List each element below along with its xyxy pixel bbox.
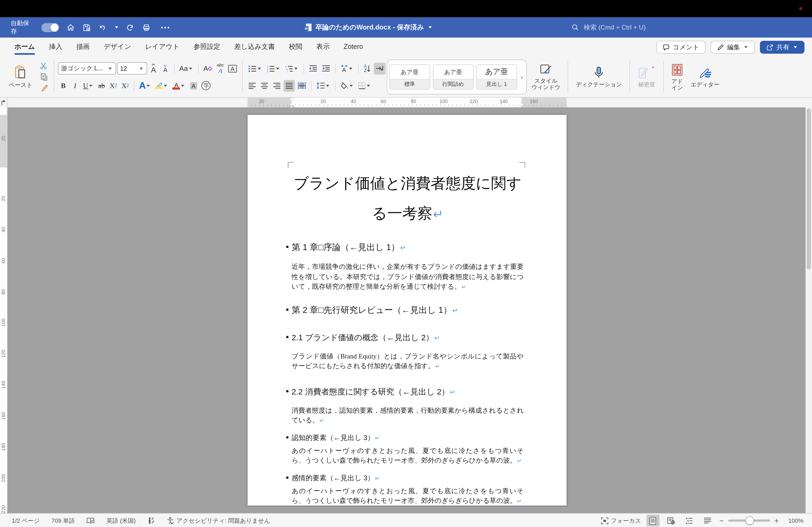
line-spacing-button[interactable] bbox=[315, 80, 332, 91]
editing-mode-button[interactable]: 編集 bbox=[710, 41, 755, 54]
tab-references[interactable]: 参照設定 bbox=[186, 39, 227, 56]
italic-button[interactable]: I bbox=[70, 80, 81, 91]
window-title[interactable]: W 卒論のためのWord.docx - 保存済み bbox=[166, 23, 570, 32]
vertical-scrollbar[interactable] bbox=[806, 107, 812, 513]
style-normal[interactable]: あア亜 標準 bbox=[389, 64, 430, 90]
accessibility-status[interactable]: アクセシビリティ: 問題ありません bbox=[166, 516, 270, 525]
align-center-button[interactable] bbox=[259, 80, 270, 91]
phonetic-guide-button[interactable]: abcA bbox=[215, 62, 226, 74]
numbering-button[interactable]: 123 bbox=[264, 62, 282, 74]
style-window-button[interactable]: スタイルウィンドウ bbox=[528, 57, 564, 97]
style-no-spacing[interactable]: あア亜 行間詰め bbox=[433, 64, 474, 90]
decrease-indent-button[interactable] bbox=[307, 62, 319, 74]
borders-button[interactable] bbox=[356, 80, 373, 91]
paste-button[interactable]: ペースト bbox=[5, 63, 36, 91]
paragraph-block[interactable]: あのイーハトーヴォのすきとおった風、夏でも底に冷たさをもつ青いそら、うつくしい森… bbox=[292, 446, 524, 466]
zoom-slider-knob[interactable] bbox=[746, 516, 754, 525]
title-chevron-icon[interactable] bbox=[429, 26, 432, 28]
heading2-block[interactable]: 2.2 消費者態度に関する研究（←見出し 2）↵ bbox=[292, 386, 524, 398]
save-icon[interactable] bbox=[82, 23, 91, 32]
style-heading1[interactable]: あア亜 見出し 1 bbox=[476, 64, 517, 90]
increase-indent-button[interactable] bbox=[320, 62, 332, 74]
heading2-block[interactable]: 2.1 ブランド価値の概念（←見出し 2）↵ bbox=[292, 331, 524, 344]
change-case-button[interactable]: Aa bbox=[178, 62, 195, 74]
clear-formatting-button[interactable]: A bbox=[202, 62, 214, 74]
gallery-more-button[interactable]: › bbox=[520, 73, 524, 81]
paragraph-block[interactable]: あのイーハトーヴォのすきとおった風、夏でも底に冷たさをもつ青いそら、うつくしい森… bbox=[292, 486, 524, 506]
zoom-out-button[interactable]: − bbox=[719, 517, 724, 524]
scrollbar-thumb[interactable] bbox=[807, 108, 811, 269]
undo-chevron-icon[interactable] bbox=[115, 26, 118, 28]
font-name-select[interactable]: 游ゴシック L... bbox=[58, 62, 116, 75]
justify-button[interactable] bbox=[283, 80, 294, 91]
tab-layout[interactable]: レイアウト bbox=[138, 39, 187, 56]
web-layout-view-button[interactable] bbox=[665, 515, 678, 526]
zoom-in-button[interactable]: + bbox=[774, 517, 779, 524]
doc-title-heading[interactable]: ブランド価値と消費者態度に関す る一考察↵ bbox=[292, 168, 524, 229]
multilevel-list-button[interactable]: 1ai bbox=[283, 62, 300, 74]
heading1-block[interactable]: 第 1 章□序論（←見出し 1）↵ bbox=[292, 241, 524, 254]
text-effects-button[interactable]: A bbox=[137, 80, 153, 91]
asian-layout-button[interactable]: A bbox=[338, 62, 355, 74]
cut-button[interactable] bbox=[38, 61, 50, 70]
first-line-indent-marker[interactable] bbox=[289, 98, 294, 102]
highlight-color-button[interactable] bbox=[154, 80, 170, 91]
font-size-select[interactable]: 12 bbox=[117, 62, 147, 75]
zoom-level[interactable]: 100% bbox=[784, 517, 803, 524]
print-icon[interactable] bbox=[142, 23, 151, 32]
paragraph-block[interactable]: 消費者態度は，認知的要素，感情的要素，行動的要素から構成されるとされている。↵ bbox=[292, 405, 524, 425]
sort-button[interactable]: AZ bbox=[362, 62, 373, 74]
text-predictions-status[interactable] bbox=[147, 517, 155, 524]
dictation-button[interactable]: ディクテーション bbox=[572, 57, 626, 97]
search-input[interactable]: 検索 (Cmd + Ctrl + U) bbox=[584, 23, 646, 32]
right-indent-marker[interactable] bbox=[519, 103, 524, 106]
focus-mode-button[interactable]: フォーカス bbox=[601, 516, 641, 525]
bold-button[interactable]: B bbox=[58, 80, 69, 91]
more-icon[interactable] bbox=[158, 23, 166, 32]
addins-button[interactable]: アドイン bbox=[668, 57, 687, 97]
align-left-button[interactable] bbox=[246, 80, 258, 91]
hanging-indent-marker[interactable] bbox=[289, 103, 294, 106]
share-button[interactable]: 共有 bbox=[760, 41, 804, 54]
tab-view[interactable]: 表示 bbox=[309, 39, 337, 56]
home-icon[interactable] bbox=[66, 23, 75, 32]
heading1-block[interactable]: 第 2 章□先行研究レビュー（←見出し 1）↵ bbox=[292, 303, 524, 317]
print-layout-view-button[interactable] bbox=[646, 515, 659, 526]
tab-home[interactable]: ホーム bbox=[8, 39, 42, 56]
bullets-button[interactable] bbox=[246, 62, 263, 74]
tab-mailings[interactable]: 差し込み文書 bbox=[227, 39, 282, 56]
superscript-button[interactable]: X2 bbox=[120, 80, 130, 91]
distribute-button[interactable] bbox=[296, 80, 307, 91]
align-right-button[interactable] bbox=[271, 80, 282, 91]
subscript-button[interactable]: X2 bbox=[108, 80, 119, 91]
draft-view-button[interactable] bbox=[701, 515, 714, 526]
vertical-ruler[interactable]: 20 20 40 60 80 100 120 140 160 180 200 2… bbox=[0, 107, 8, 513]
paragraph-block[interactable]: 近年，市場競争の激化に伴い，企業が有するブランドの価値はますます重要性を増してい… bbox=[292, 262, 524, 292]
word-count[interactable]: 709 単語 bbox=[52, 516, 75, 525]
strikethrough-button[interactable]: ab bbox=[96, 80, 107, 91]
language-indicator[interactable]: 英語 (米国) bbox=[106, 516, 136, 525]
show-paragraph-marks-button[interactable] bbox=[374, 62, 385, 74]
heading3-block[interactable]: 認知的要素（←見出し 3）↵ bbox=[292, 432, 524, 443]
tab-draw[interactable]: 描画 bbox=[69, 39, 97, 56]
tab-zotero[interactable]: Zotero bbox=[337, 39, 370, 55]
tab-review[interactable]: 校閲 bbox=[282, 39, 309, 56]
tab-selector-icon[interactable] bbox=[0, 98, 8, 107]
undo-icon[interactable] bbox=[98, 23, 106, 32]
heading3-block[interactable]: 感情的要素（←見出し 3）↵ bbox=[292, 472, 524, 484]
spellcheck-status[interactable] bbox=[87, 517, 95, 524]
character-shading-button[interactable]: A bbox=[188, 80, 199, 91]
underline-button[interactable]: U bbox=[82, 80, 95, 91]
tab-design[interactable]: デザイン bbox=[97, 39, 138, 56]
shrink-font-button[interactable]: A bbox=[160, 62, 171, 74]
tab-insert[interactable]: 挿入 bbox=[42, 39, 69, 56]
format-painter-button[interactable] bbox=[38, 84, 50, 93]
comments-button[interactable]: コメント bbox=[656, 41, 706, 54]
document-content[interactable]: ブランド価値と消費者態度に関す る一考察↵ 第 1 章□序論（←見出し 1）↵ … bbox=[248, 115, 567, 513]
horizontal-ruler[interactable]: 20 20 40 60 80 100 120 140 160 bbox=[0, 98, 812, 108]
character-border-button[interactable]: A bbox=[227, 62, 238, 74]
zoom-slider[interactable] bbox=[728, 520, 770, 522]
editor-button[interactable]: エディター bbox=[687, 57, 723, 97]
shading-button[interactable] bbox=[338, 80, 355, 91]
copy-button[interactable] bbox=[38, 73, 50, 81]
